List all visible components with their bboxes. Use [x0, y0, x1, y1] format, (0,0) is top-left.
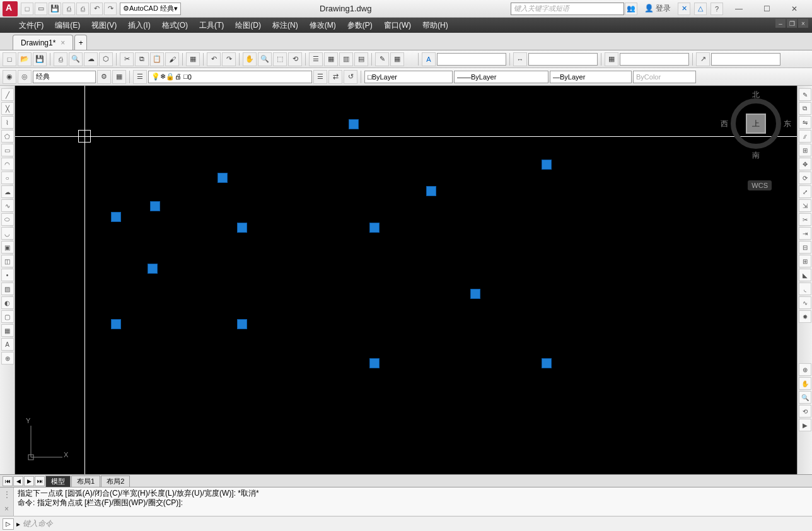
explode-icon[interactable]: ✸: [799, 310, 811, 323]
navbar-orbit-icon[interactable]: ⟲: [799, 405, 811, 417]
menu-draw[interactable]: 绘图(D): [235, 20, 261, 31]
grip[interactable]: [111, 319, 121, 329]
menu-edit[interactable]: 编辑(E): [55, 20, 80, 31]
save-icon[interactable]: 💾: [33, 52, 47, 66]
zoom-icon[interactable]: 🔍: [258, 52, 272, 66]
hatch-icon[interactable]: ▨: [1, 283, 14, 295]
markup-icon[interactable]: ✎: [375, 52, 389, 66]
mdi-minimize-icon[interactable]: –: [775, 19, 786, 28]
color-select[interactable]: □ ByLayer: [364, 71, 453, 83]
point-icon[interactable]: •: [1, 269, 14, 281]
rectangle-icon[interactable]: ▭: [1, 144, 14, 156]
new-icon[interactable]: □: [3, 52, 16, 66]
mdi-restore-icon[interactable]: ❐: [787, 19, 797, 28]
autodesk-icon[interactable]: △: [694, 3, 707, 15]
zoomprev-icon[interactable]: ⟲: [288, 52, 302, 66]
join-icon[interactable]: ⊞: [799, 255, 811, 267]
tablestyle-icon[interactable]: ▦: [605, 52, 618, 66]
ws-icon2[interactable]: ◎: [18, 70, 32, 84]
navbar-fullnav-icon[interactable]: ⊕: [799, 363, 811, 376]
grip[interactable]: [237, 223, 247, 233]
xline-icon[interactable]: ╳: [1, 102, 14, 115]
open-icon[interactable]: 📂: [18, 52, 32, 66]
mtext-icon[interactable]: A: [1, 338, 14, 351]
scale-icon[interactable]: ⤢: [799, 185, 811, 198]
app-logo[interactable]: [3, 1, 18, 16]
mleaderstyle-select[interactable]: [711, 53, 780, 66]
move-icon[interactable]: ✥: [799, 158, 811, 170]
grip[interactable]: [148, 264, 158, 274]
ws-save-icon[interactable]: ▦: [112, 70, 126, 84]
menu-window[interactable]: 窗口(W): [384, 20, 411, 31]
vs-select[interactable]: 经典: [33, 71, 96, 83]
grip[interactable]: [111, 212, 121, 222]
navbar-showmotion-icon[interactable]: ▶: [799, 419, 811, 431]
grip[interactable]: [369, 223, 380, 233]
search-input[interactable]: 键入关键字或短语: [511, 3, 624, 15]
plot-icon[interactable]: ⎙: [54, 52, 67, 66]
qat-undo-icon[interactable]: ↶: [90, 3, 103, 15]
grip[interactable]: [218, 173, 228, 183]
menu-dimension[interactable]: 标注(N): [272, 20, 298, 31]
offset-icon[interactable]: ⫽: [799, 130, 811, 143]
tablestyle-select[interactable]: [620, 53, 689, 66]
stretch-icon[interactable]: ⇲: [799, 199, 811, 212]
command-input[interactable]: 键入命令: [23, 518, 809, 529]
help-icon[interactable]: ?: [710, 3, 723, 15]
extend-icon[interactable]: ⇥: [799, 227, 811, 240]
grip[interactable]: [470, 289, 480, 299]
mdi-close-icon[interactable]: ×: [798, 19, 808, 28]
grip[interactable]: [349, 119, 359, 129]
layerstate-icon[interactable]: ☰: [313, 70, 327, 84]
blend-icon[interactable]: ∿: [799, 296, 811, 309]
exchange-icon[interactable]: ✕: [678, 3, 690, 15]
chamfer-icon[interactable]: ◣: [799, 269, 811, 281]
array-icon[interactable]: ⊞: [799, 144, 811, 156]
linetype-select[interactable]: —— ByLayer: [454, 71, 548, 83]
menu-format[interactable]: 格式(O): [162, 20, 188, 31]
layout-next-icon[interactable]: ▶: [24, 476, 34, 486]
rotate-icon[interactable]: ⟳: [799, 172, 811, 184]
menu-help[interactable]: 帮助(H): [422, 20, 448, 31]
publish-icon[interactable]: ☁: [84, 52, 98, 66]
layout-tab-1[interactable]: 布局1: [71, 476, 100, 487]
qat-plot-icon[interactable]: ⎙: [76, 3, 89, 15]
makeblock-icon[interactable]: ◫: [1, 255, 14, 267]
cut-icon[interactable]: ✂: [120, 52, 134, 66]
textstyle-select[interactable]: [437, 53, 506, 66]
quickcalc-icon[interactable]: ▦: [390, 52, 404, 66]
doctab-drawing1[interactable]: Drawing1* ×: [13, 35, 73, 50]
cmd-close-icon[interactable]: ×: [4, 505, 9, 513]
layermgr-icon[interactable]: ☰: [133, 70, 147, 84]
wcs-badge[interactable]: WCS: [748, 180, 772, 190]
preview-icon[interactable]: 🔍: [69, 52, 83, 66]
mleaderstyle-icon[interactable]: ↗: [696, 52, 710, 66]
polygon-icon[interactable]: ⬠: [1, 130, 14, 143]
layer-select[interactable]: 💡❄🔒🖨 □ 0: [148, 71, 312, 83]
line-icon[interactable]: ╱: [1, 88, 14, 101]
doctab-close-icon[interactable]: ×: [61, 38, 65, 47]
table-icon[interactable]: ▦: [1, 324, 14, 337]
paste-icon[interactable]: 📋: [150, 52, 164, 66]
grip[interactable]: [150, 201, 160, 211]
viewcube-face[interactable]: 上: [746, 114, 766, 134]
plotstyle-select[interactable]: ByColor: [633, 71, 696, 83]
pline-icon[interactable]: ⌇: [1, 116, 14, 129]
login-button[interactable]: 👤 登录: [641, 3, 675, 14]
drawing-canvas[interactable]: Y X 上 北 南 西 东 WCS: [15, 86, 797, 474]
ellipse-icon[interactable]: ⬭: [1, 213, 14, 226]
menu-file[interactable]: 文件(F): [19, 20, 44, 31]
sheetset-icon[interactable]: ▤: [354, 52, 368, 66]
grip[interactable]: [542, 160, 552, 170]
3dprint-icon[interactable]: ⬡: [99, 52, 113, 66]
zoomwin-icon[interactable]: ⬚: [273, 52, 287, 66]
qat-new-icon[interactable]: □: [21, 3, 33, 15]
menu-parametric[interactable]: 参数(P): [347, 20, 373, 31]
copy-obj-icon[interactable]: ⧉: [799, 102, 811, 115]
dimstyle-select[interactable]: [528, 53, 598, 66]
ellipsearc-icon[interactable]: ◡: [1, 227, 14, 240]
gradient-icon[interactable]: ◐: [1, 296, 14, 309]
designcenter-icon[interactable]: ▦: [324, 52, 338, 66]
grip[interactable]: [237, 319, 247, 329]
layerprev-icon[interactable]: ↺: [344, 70, 357, 84]
